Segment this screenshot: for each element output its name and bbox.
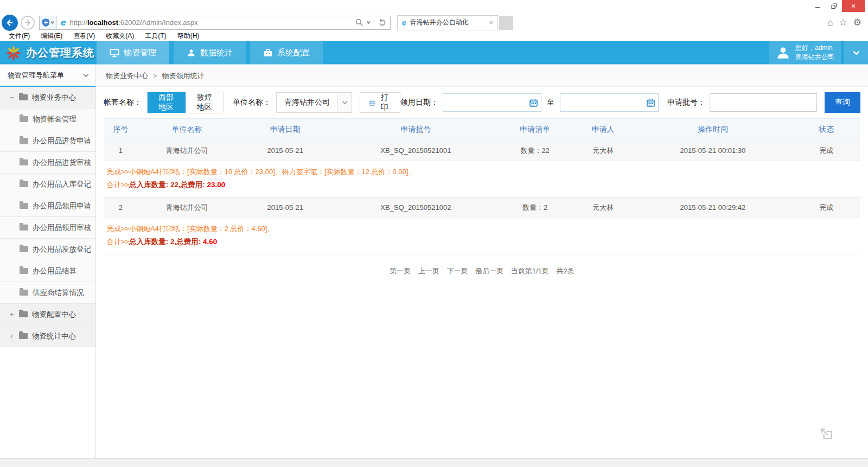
sidebar-item-settlement[interactable]: 办公用品结算 xyxy=(0,260,95,282)
sidebar-item-material-stats-center[interactable]: + 物资统计中心 xyxy=(0,325,95,347)
col-time: 操作时间 xyxy=(633,119,792,140)
date-to-input[interactable] xyxy=(560,94,643,111)
home-icon[interactable]: ⌂ xyxy=(827,18,833,27)
chevron-down-icon xyxy=(84,72,89,78)
unit-select[interactable]: 青海钻井公司 xyxy=(276,92,352,113)
chevron-down-icon xyxy=(853,48,860,55)
pagination: 第一页 上一页 下一页 最后一页 当前第1/1页 共2条 xyxy=(96,266,868,276)
nav-item-system-config[interactable]: 系统配置 xyxy=(250,41,323,64)
table-row[interactable]: 1 青海钻井公司 2015-05-21 XB_SQ_20150521001 数量… xyxy=(104,140,860,161)
detail-items-text: 完成>>小钢炮A4打印纸：[实际数量：10 总价：23.00]、得力签字笔：[实… xyxy=(107,165,857,178)
nav-item-statistics[interactable]: 数据统计 xyxy=(174,41,246,64)
breadcrumb-current[interactable]: 物资领用统计 xyxy=(162,71,205,81)
cell-list: 数量：2 xyxy=(497,197,573,218)
sidebar-item-requisition-review[interactable]: 办公用品领用审核 xyxy=(0,217,95,239)
search-icon[interactable] xyxy=(355,18,363,27)
settings-gear-icon[interactable]: ⚙ xyxy=(853,18,861,27)
app-header: 办公管理系统 物资管理 数据统计 系统配置 您好，admin 青海钻井公司 xyxy=(0,41,868,65)
user-dropdown-button[interactable] xyxy=(844,41,868,64)
cell-status: 完成 xyxy=(792,140,860,161)
folder-icon xyxy=(20,203,28,209)
user-icon xyxy=(187,48,196,57)
favorites-star-icon[interactable]: ☆ xyxy=(839,18,847,27)
folder-icon xyxy=(20,181,28,187)
page-first[interactable]: 第一页 xyxy=(390,267,411,275)
cell-unit: 青海钻井公司 xyxy=(138,140,236,161)
sidebar-item-issue-register[interactable]: 办公用品发放登记 xyxy=(0,239,95,260)
folder-icon xyxy=(20,116,28,122)
account-label: 帐套名称： xyxy=(104,98,142,107)
query-button[interactable]: 查询 xyxy=(825,92,860,113)
sidebar-item-material-business-center[interactable]: − 物资业务中心 xyxy=(0,87,95,108)
tab-ie-icon: e xyxy=(402,18,406,27)
sidebar-title[interactable]: 物资管理导航菜单 xyxy=(0,65,95,87)
cell-date: 2015-05-21 xyxy=(236,197,334,218)
chevron-down-icon xyxy=(342,99,348,105)
region-button-dunhuang[interactable]: 敦煌地区 xyxy=(186,92,224,113)
sidebar-item-inbound-register[interactable]: 办公用品入库登记 xyxy=(0,174,95,195)
col-unit: 单位名称 xyxy=(138,119,236,140)
breadcrumb-parent[interactable]: 物资业务中心 xyxy=(106,71,148,81)
print-button[interactable]: 打印 xyxy=(360,92,400,113)
page-last[interactable]: 最后一页 xyxy=(475,267,503,275)
forward-button[interactable] xyxy=(21,16,35,30)
sidebar-item-supplier-settlement[interactable]: 供应商结算情况 xyxy=(0,282,95,304)
new-tab-button[interactable] xyxy=(499,16,513,30)
sidebar-item-purchase-review[interactable]: 办公用品进货审核 xyxy=(0,152,95,174)
batch-label: 申请批号： xyxy=(667,98,705,107)
menu-edit[interactable]: 编辑(E) xyxy=(35,31,68,41)
user-greeting: 您好，admin xyxy=(795,43,834,53)
menu-file[interactable]: 文件(F) xyxy=(3,31,35,41)
compatibility-button[interactable] xyxy=(40,16,57,29)
detail-items-text: 完成>>小钢炮A4打印纸：[实际数量：2 总价：4.60]、 xyxy=(107,222,857,235)
nav-item-materials[interactable]: 物资管理 xyxy=(97,41,169,64)
restore-button[interactable] xyxy=(826,0,842,12)
calendar-icon[interactable] xyxy=(526,99,541,107)
col-seq: 序号 xyxy=(104,119,138,140)
browser-tab[interactable]: e 青海钻井办公自动化 × xyxy=(397,15,498,30)
filter-bar: 帐套名称： 西部地区 敦煌地区 单位名称： 青海钻井公司 打印 领用日期： xyxy=(96,87,868,118)
back-button[interactable] xyxy=(2,15,18,31)
detail-total-text: 合计>>总入库数量: 22,总费用: 23.00 xyxy=(107,178,857,191)
petro-flower-logo-icon xyxy=(4,43,23,62)
folder-icon xyxy=(20,159,28,165)
status-bar xyxy=(0,458,868,467)
calendar-icon[interactable] xyxy=(643,99,658,107)
cell-seq: 1 xyxy=(104,140,138,161)
region-button-west[interactable]: 西部地区 xyxy=(148,92,186,113)
sidebar: 物资管理导航菜单 − 物资业务中心 物资帐套管理 办公用品进货申请 办公用品进货… xyxy=(0,65,96,458)
cell-batch: XB_SQ_20150521002 xyxy=(334,197,497,218)
cell-applicant: 元大林 xyxy=(573,197,634,218)
menu-tools[interactable]: 工具(T) xyxy=(139,31,171,41)
page-next[interactable]: 下一页 xyxy=(447,267,468,275)
menu-view[interactable]: 查看(V) xyxy=(68,31,100,41)
refresh-icon[interactable] xyxy=(378,18,386,27)
cell-date: 2015-05-21 xyxy=(236,140,334,161)
collapse-icon: − xyxy=(9,93,15,101)
main-nav: 物资管理 数据统计 系统配置 xyxy=(97,41,323,64)
tab-close-icon[interactable]: × xyxy=(489,18,493,27)
close-button[interactable]: × xyxy=(842,0,865,12)
minimize-button[interactable] xyxy=(809,0,826,12)
expand-icon: + xyxy=(9,332,15,340)
menu-favorites[interactable]: 收藏夹(A) xyxy=(100,31,139,41)
sidebar-item-purchase-apply[interactable]: 办公用品进货申请 xyxy=(0,130,95,152)
browser-chrome: e http://localhost:62002/Admin/Index.asp… xyxy=(0,14,868,31)
sidebar-item-material-config-center[interactable]: + 物资配置中心 xyxy=(0,304,95,325)
address-bar[interactable]: e http://localhost:62002/Admin/Index.asp… xyxy=(39,16,391,30)
folder-icon xyxy=(19,311,28,317)
popout-icon[interactable] xyxy=(819,427,833,443)
user-menu[interactable]: 您好，admin 青海钻井公司 xyxy=(769,41,841,64)
sidebar-item-account-mgmt[interactable]: 物资帐套管理 xyxy=(0,108,95,130)
breadcrumb: 物资业务中心 > 物资领用统计 xyxy=(96,65,868,87)
batch-number-input[interactable] xyxy=(710,93,817,112)
main-content: 物资业务中心 > 物资领用统计 帐套名称： 西部地区 敦煌地区 单位名称： 青海… xyxy=(96,65,868,458)
unit-label: 单位名称： xyxy=(233,98,271,107)
folder-icon xyxy=(20,290,28,296)
date-from-input[interactable] xyxy=(443,94,526,111)
page-prev[interactable]: 上一页 xyxy=(418,267,439,275)
sidebar-item-requisition-apply[interactable]: 办公用品领用申请 xyxy=(0,195,95,217)
table-row[interactable]: 2 青海钻井公司 2015-05-21 XB_SQ_20150521002 数量… xyxy=(104,197,860,218)
menu-help[interactable]: 帮助(H) xyxy=(172,31,205,41)
search-options-chevron-icon[interactable] xyxy=(367,20,371,23)
